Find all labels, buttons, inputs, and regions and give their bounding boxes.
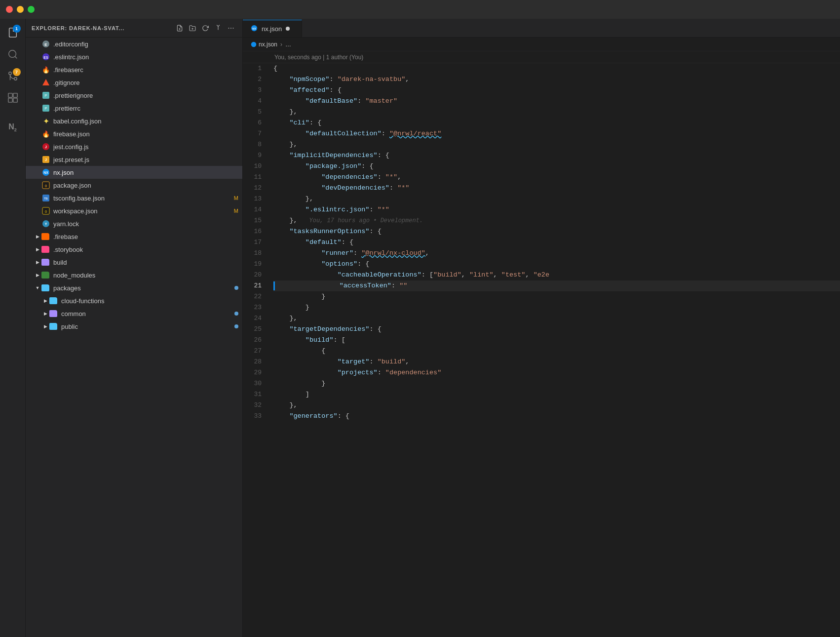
files-badge: 1 — [13, 25, 21, 33]
eslint-icon: ES — [41, 52, 50, 61]
file-package-json[interactable]: {} package.json — [26, 179, 242, 192]
svg-line-1 — [15, 56, 17, 58]
sidebar-actions: ··· — [174, 23, 236, 34]
code-line-22: } — [273, 291, 840, 302]
folder-firebase-label: .firebase — [53, 233, 238, 240]
svg-text:J: J — [45, 145, 47, 149]
firebase-json-icon: 🔥 — [41, 129, 50, 138]
file-eslintrc[interactable]: ES .eslintrc.json — [26, 50, 242, 63]
extensions-activity-icon[interactable] — [3, 88, 23, 108]
folder-node-modules[interactable]: ▶ node_modules — [26, 269, 242, 281]
line-num-7: 7 — [243, 128, 262, 139]
file-tree: E .editorconfig ES .eslintrc.json 🔥 .fir… — [26, 38, 242, 637]
nx-activity-icon[interactable]: N2 — [3, 118, 23, 137]
line-num-4: 4 — [243, 96, 262, 107]
folder-firebase[interactable]: ▶ .firebase — [26, 230, 242, 243]
svg-point-0 — [8, 50, 16, 58]
jest-config-label: jest.config.js — [53, 143, 238, 151]
file-workspace-json[interactable]: {} workspace.json M — [26, 204, 242, 217]
file-firebase-json[interactable]: 🔥 firebase.json — [26, 127, 242, 140]
file-nx-json[interactable]: NX nx.json — [26, 166, 242, 179]
l7-val: "@nrwl/react" — [389, 128, 441, 139]
files-activity-icon[interactable]: 1 — [3, 23, 23, 42]
folder-node-modules-icon — [41, 271, 50, 279]
folder-packages-label: packages — [53, 284, 230, 292]
new-file-button[interactable] — [174, 23, 185, 34]
breadcrumb-filename[interactable]: nx.json — [259, 41, 277, 48]
line-num-12: 12 — [243, 183, 262, 194]
no-arrow — [34, 104, 41, 112]
close-button[interactable] — [6, 6, 13, 13]
svg-text:{}: {} — [45, 184, 47, 187]
no-arrow — [34, 143, 41, 151]
more-actions-button[interactable]: ··· — [226, 23, 236, 34]
refresh-button[interactable] — [200, 23, 211, 34]
l28-key: "target" — [338, 357, 370, 367]
file-jest-preset[interactable]: J jest.preset.js — [26, 153, 242, 166]
code-line-15: }, You, 17 hours ago • Development. — [273, 215, 840, 226]
svg-rect-5 — [13, 93, 17, 97]
file-firebaserc[interactable]: 🔥 .firebaserc — [26, 63, 242, 76]
public-dot — [234, 324, 238, 328]
l1-brace: { — [273, 63, 277, 74]
yarn-lock-icon: Y — [41, 219, 50, 228]
folder-storybook-label: .storybook — [53, 246, 238, 253]
git-blame-header: You, seconds ago | 1 author (You) — [243, 51, 840, 63]
code-line-28: "target": "build", — [273, 357, 840, 367]
jest-config-icon: J — [41, 142, 50, 151]
search-activity-icon[interactable] — [3, 44, 23, 64]
folder-common-arrow: ▶ — [41, 310, 49, 318]
file-prettierrc[interactable]: P .prettierrc — [26, 102, 242, 115]
folder-build-icon — [41, 258, 50, 267]
collapse-button[interactable] — [213, 23, 224, 34]
folder-common[interactable]: ▶ common — [26, 307, 242, 320]
svg-point-2 — [14, 78, 17, 80]
file-babel[interactable]: ✦ babel.config.json — [26, 115, 242, 127]
no-arrow — [34, 40, 41, 48]
jest-preset-icon: J — [41, 155, 50, 164]
line-num-1: 1 — [243, 63, 262, 74]
file-jest-config[interactable]: J jest.config.js — [26, 140, 242, 153]
folder-packages[interactable]: ▼ packages — [26, 281, 242, 294]
code-line-14: ".eslintrc.json": "*" — [273, 204, 840, 215]
code-line-9: "implicitDependencies": { — [273, 150, 840, 161]
editorconfig-icon: E — [41, 40, 50, 48]
code-line-20: "cacheableOperations": ["build", "lint",… — [273, 270, 840, 280]
eslintrc-label: .eslintrc.json — [53, 53, 238, 61]
code-line-25: "targetDependencies": { — [273, 324, 840, 335]
file-gitignore[interactable]: .gitignore — [26, 76, 242, 89]
l17-key: "default" — [305, 237, 342, 248]
minimize-button[interactable] — [17, 6, 24, 13]
code-line-16: "tasksRunnerOptions": { — [273, 226, 840, 237]
l2-colon: : — [329, 74, 337, 85]
no-arrow — [34, 168, 41, 176]
maximize-button[interactable] — [28, 6, 35, 13]
folder-storybook-arrow: ▶ — [34, 245, 41, 253]
svg-rect-7 — [13, 98, 17, 102]
file-prettierignore[interactable]: P .prettierignore — [26, 89, 242, 102]
code-line-30: } — [273, 378, 840, 389]
nx-json-label: nx.json — [53, 169, 238, 176]
firebaserc-icon: 🔥 — [41, 65, 50, 74]
file-editorconfig[interactable]: E .editorconfig — [26, 38, 242, 50]
folder-storybook[interactable]: ▶ .storybook — [26, 243, 242, 256]
source-control-activity-icon[interactable]: 7 — [3, 66, 23, 86]
l14-key: ".eslintrc.json" — [305, 204, 370, 215]
jest-preset-label: jest.preset.js — [53, 156, 238, 163]
code-line-33: "generators": { — [273, 411, 840, 422]
file-tsconfig[interactable]: TS tsconfig.base.json M — [26, 192, 242, 204]
l18-key: "runner" — [321, 248, 353, 259]
folder-packages-icon — [41, 283, 50, 292]
l9-key: "implicitDependencies" — [289, 150, 377, 161]
new-folder-button[interactable] — [187, 23, 198, 34]
folder-cloud-functions[interactable]: ▶ cloud-functions — [26, 294, 242, 307]
code-content[interactable]: { "npmScope": "darek-na-svatbu", "affect… — [269, 63, 840, 637]
l2-val: "darek-na-svatbu" — [338, 74, 406, 85]
tab-nx-json[interactable]: NX nx.json — [243, 20, 302, 37]
tab-bar: NX nx.json — [243, 19, 840, 38]
code-editor[interactable]: 1 2 3 4 5 6 7 8 9 10 11 12 13 14 15 16 1… — [243, 63, 840, 637]
prettierrc-label: .prettierrc — [53, 105, 238, 112]
folder-build[interactable]: ▶ build — [26, 256, 242, 269]
file-yarn-lock[interactable]: Y yarn.lock — [26, 217, 242, 230]
folder-public[interactable]: ▶ public — [26, 320, 242, 333]
